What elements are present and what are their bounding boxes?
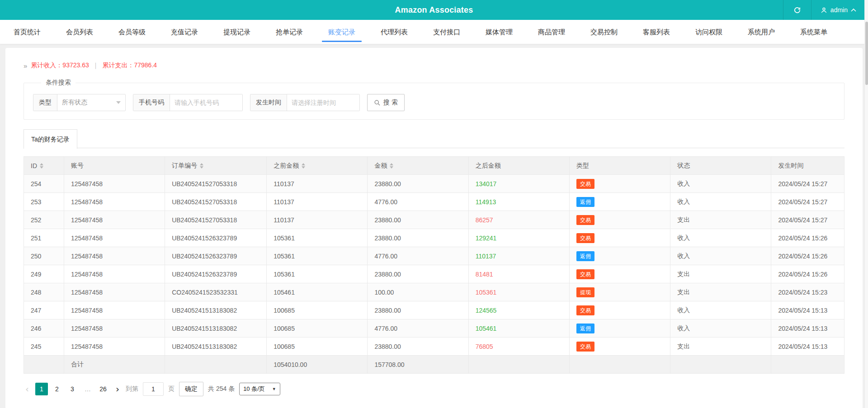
cell-after-amount: 105361 bbox=[468, 283, 569, 301]
nav-item-label: 首页统计 bbox=[14, 28, 41, 36]
nav-item[interactable]: 媒体管理 bbox=[475, 20, 524, 44]
after-amount-value: 124565 bbox=[476, 307, 497, 314]
cell-account: 125487458 bbox=[64, 283, 165, 301]
cell-amount: 23880.00 bbox=[368, 175, 468, 193]
type-badge: 返佣 bbox=[576, 251, 594, 261]
cell-account: 125487458 bbox=[64, 193, 165, 211]
cell-id: 251 bbox=[24, 229, 64, 247]
cell-after-amount: 134017 bbox=[468, 175, 569, 193]
after-amount-value: 81481 bbox=[476, 271, 493, 278]
pagination-bar: ‹ 1 2 3 … 26 › 到第 页 确定 共 254 条 10 条/页 ▼ bbox=[24, 382, 844, 396]
cell-amount: 23880.00 bbox=[368, 265, 468, 283]
cell-status: 收入 bbox=[670, 229, 771, 247]
nav-item[interactable]: 代理列表 bbox=[370, 20, 419, 44]
summary-amount-total: 157708.00 bbox=[368, 356, 468, 374]
cell-account: 125487458 bbox=[64, 301, 165, 319]
cell-account: 125487458 bbox=[64, 319, 165, 338]
content-panel: » 累计收入：93723.63 ｜ 累计支出：77986.4 条件搜索 类型 所… bbox=[5, 48, 863, 408]
search-button[interactable]: 搜 索 bbox=[367, 94, 405, 111]
scrollbar[interactable] bbox=[864, 0, 868, 408]
nav-item[interactable]: 客服列表 bbox=[632, 20, 681, 44]
cell-before-amount: 110137 bbox=[267, 211, 368, 229]
cell-type: 提现 bbox=[569, 283, 670, 301]
nav-item[interactable]: 支付接口 bbox=[422, 20, 471, 44]
date-input[interactable] bbox=[287, 94, 359, 111]
search-fieldset: 条件搜索 类型 所有状态 手机号码 发生时间 bbox=[24, 79, 844, 120]
column-label: 之前金额 bbox=[274, 162, 299, 170]
table-row: 248 125487458 CO2405241523532331 105461 … bbox=[24, 283, 844, 301]
table-row: 252 125487458 UB2405241527053318 110137 … bbox=[24, 211, 844, 229]
sort-icon[interactable] bbox=[302, 163, 305, 169]
page-number[interactable]: 2 bbox=[51, 383, 63, 395]
next-page-button[interactable]: › bbox=[114, 383, 121, 395]
nav-item[interactable]: 交易控制 bbox=[580, 20, 628, 44]
scrollbar-thumb[interactable] bbox=[865, 22, 868, 85]
user-menu[interactable]: admin bbox=[811, 0, 868, 20]
type-badge: 交易 bbox=[576, 215, 594, 225]
cell-order-no: UB2405241526323789 bbox=[165, 229, 267, 247]
column-header: 账号 bbox=[64, 157, 165, 175]
cell-type: 交易 bbox=[569, 175, 670, 193]
nav-item[interactable]: 首页统计 bbox=[3, 20, 52, 44]
cell-time: 2024/05/24 15:26 bbox=[771, 247, 844, 265]
summary-row: 合计 1054010.00 157708.00 bbox=[24, 356, 844, 374]
nav-item[interactable]: 会员列表 bbox=[55, 20, 104, 44]
cell-amount: 23880.00 bbox=[368, 229, 468, 247]
cell-type: 交易 bbox=[569, 211, 670, 229]
cell-status: 收入 bbox=[670, 247, 771, 265]
page-number[interactable]: 26 bbox=[97, 383, 109, 395]
nav-item-label: 交易控制 bbox=[590, 28, 618, 36]
column-label: 金额 bbox=[374, 162, 387, 170]
page-number[interactable]: … bbox=[81, 383, 94, 395]
type-select[interactable]: 所有状态 bbox=[57, 94, 125, 111]
nav-item[interactable]: 会员等级 bbox=[108, 20, 156, 44]
tab-finance-records[interactable]: Ta的财务记录 bbox=[24, 129, 77, 149]
nav-item[interactable]: 系统菜单 bbox=[789, 20, 838, 44]
nav-item[interactable]: 抢单记录 bbox=[265, 20, 314, 44]
cell-time: 2024/05/24 15:13 bbox=[771, 301, 844, 319]
nav-item[interactable]: 商品管理 bbox=[527, 20, 576, 44]
nav-item[interactable]: 系统用户 bbox=[737, 20, 786, 44]
cell-amount: 23880.00 bbox=[368, 338, 468, 356]
type-badge: 提现 bbox=[576, 287, 594, 297]
cell-id: 247 bbox=[24, 301, 64, 319]
page-number[interactable]: 1 bbox=[35, 383, 48, 395]
type-filter-group: 类型 所有状态 bbox=[33, 94, 126, 111]
cell-after-amount: 105461 bbox=[468, 319, 569, 338]
cell-amount: 23880.00 bbox=[368, 211, 468, 229]
cell-order-no: UB2405241527053318 bbox=[165, 175, 267, 193]
nav-item-label: 会员列表 bbox=[66, 28, 93, 36]
sort-icon[interactable] bbox=[40, 163, 43, 169]
type-select-value: 所有状态 bbox=[62, 98, 87, 107]
sort-icon[interactable] bbox=[200, 163, 203, 169]
column-header: 订单编号 bbox=[165, 157, 267, 175]
active-tab-underline bbox=[322, 41, 362, 42]
cell-time: 2024/05/24 15:26 bbox=[771, 265, 844, 283]
cell-id: 253 bbox=[24, 193, 64, 211]
page-number[interactable]: 3 bbox=[66, 383, 79, 395]
confirm-button[interactable]: 确定 bbox=[179, 382, 203, 396]
column-header: 状态 bbox=[670, 157, 771, 175]
cell-amount: 4776.00 bbox=[368, 193, 468, 211]
records-tab-bar: Ta的财务记录 bbox=[24, 129, 844, 148]
nav-item[interactable]: 账变记录 bbox=[317, 20, 366, 44]
cell-before-amount: 100685 bbox=[267, 319, 368, 338]
cell-order-no: UB2405241527053318 bbox=[165, 193, 267, 211]
cell-id: 254 bbox=[24, 175, 64, 193]
cell-status: 收入 bbox=[670, 319, 771, 338]
page-size-select[interactable]: 10 条/页 ▼ bbox=[239, 383, 280, 395]
nav-item[interactable]: 提现记录 bbox=[212, 20, 261, 44]
cell-time: 2024/05/24 15:27 bbox=[771, 193, 844, 211]
refresh-button[interactable] bbox=[783, 0, 811, 20]
type-badge: 交易 bbox=[576, 233, 594, 243]
nav-item-label: 代理列表 bbox=[381, 28, 408, 36]
cell-id: 249 bbox=[24, 265, 64, 283]
prev-page-button: ‹ bbox=[24, 383, 31, 395]
username: admin bbox=[830, 6, 848, 14]
jump-page-input[interactable] bbox=[143, 382, 164, 396]
sort-icon[interactable] bbox=[390, 163, 393, 169]
cell-type: 返佣 bbox=[569, 319, 670, 338]
nav-item[interactable]: 充值记录 bbox=[160, 20, 209, 44]
nav-item[interactable]: 访问权限 bbox=[684, 20, 733, 44]
phone-input[interactable] bbox=[170, 94, 242, 111]
